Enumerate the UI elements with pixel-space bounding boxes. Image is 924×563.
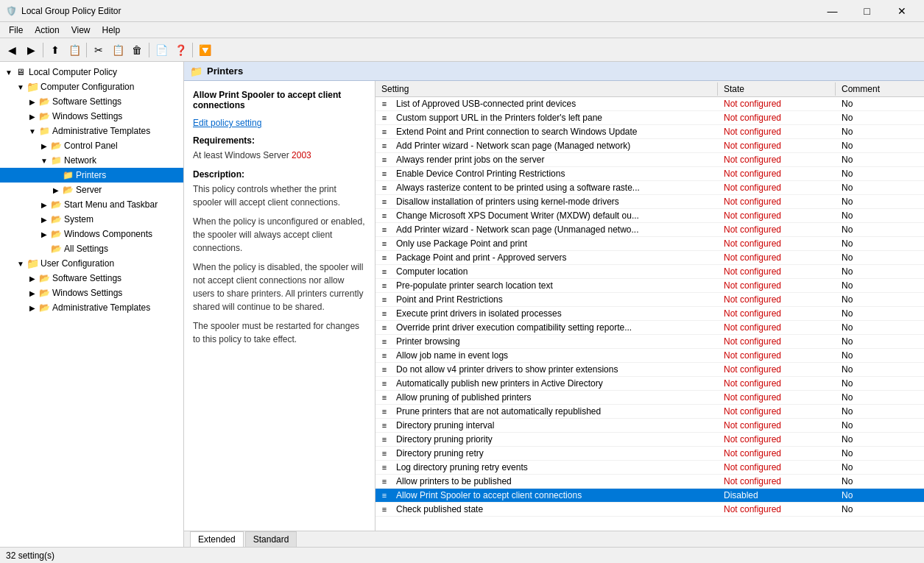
menu-file[interactable]: File bbox=[3, 24, 29, 37]
edit-policy-link[interactable]: Edit policy setting bbox=[193, 118, 261, 128]
row-policy-icon: ≡ bbox=[375, 435, 393, 444]
tree-item-admintpl-1[interactable]: ▼ 📁 Administrative Templates bbox=[0, 124, 183, 138]
table-row[interactable]: ≡Prune printers that are not automatical… bbox=[375, 405, 924, 419]
menu-help[interactable]: Help bbox=[96, 24, 127, 37]
table-row[interactable]: ≡Directory pruning retryNot configuredNo bbox=[375, 447, 924, 461]
row-state-text: Not configured bbox=[718, 182, 836, 194]
tree-item-root[interactable]: ▼ 🖥 Local Computer Policy bbox=[0, 65, 183, 79]
table-row[interactable]: ≡List of Approved USB-connected print de… bbox=[375, 97, 924, 111]
maximize-button[interactable]: □ bbox=[850, 0, 884, 22]
table-row[interactable]: ≡Always rasterize content to be printed … bbox=[375, 181, 924, 195]
col-header-comment[interactable]: Comment bbox=[836, 82, 924, 96]
table-row[interactable]: ≡Add Printer wizard - Network scan page … bbox=[375, 139, 924, 153]
folder-icon-sys: 📂 bbox=[50, 213, 62, 225]
tree-item-controlpanel[interactable]: ▶ 📂 Control Panel bbox=[0, 138, 183, 153]
row-setting-text: Log directory pruning retry events bbox=[393, 461, 718, 473]
table-row[interactable]: ≡Allow pruning of published printersNot … bbox=[375, 391, 924, 405]
table-row[interactable]: ≡Enable Device Control Printing Restrict… bbox=[375, 167, 924, 181]
menu-view[interactable]: View bbox=[66, 24, 96, 37]
toolbar-back[interactable]: ◀ bbox=[3, 41, 21, 59]
breadcrumb-text: Printers bbox=[207, 65, 243, 77]
row-policy-icon: ≡ bbox=[375, 295, 393, 304]
tree-item-winsettings-2[interactable]: ▶ 📂 Windows Settings bbox=[0, 286, 183, 300]
row-comment-text: No bbox=[836, 112, 924, 124]
table-row[interactable]: ≡Directory pruning intervalNot configure… bbox=[375, 419, 924, 433]
col-header-state[interactable]: State bbox=[718, 82, 836, 96]
close-button[interactable]: ✕ bbox=[885, 0, 918, 22]
table-row[interactable]: ≡Log directory pruning retry eventsNot c… bbox=[375, 461, 924, 475]
tree-item-user-config[interactable]: ▼ 📁 User Configuration bbox=[0, 256, 183, 271]
table-pane: Setting State Comment ≡List of Approved … bbox=[375, 81, 924, 531]
table-row[interactable]: ≡Check published stateNot configuredNo bbox=[375, 503, 924, 517]
col-header-setting[interactable]: Setting bbox=[375, 82, 718, 96]
row-comment-text: No bbox=[836, 461, 924, 473]
table-row[interactable]: ≡Allow printers to be publishedNot confi… bbox=[375, 475, 924, 489]
tree-item-software-2[interactable]: ▶ 📂 Software Settings bbox=[0, 271, 183, 286]
table-row[interactable]: ≡Disallow installation of printers using… bbox=[375, 195, 924, 209]
row-state-text: Not configured bbox=[718, 98, 836, 110]
toolbar-delete[interactable]: 🗑 bbox=[128, 41, 146, 59]
toolbar-forward[interactable]: ▶ bbox=[22, 41, 40, 59]
tree-item-network[interactable]: ▼ 📁 Network bbox=[0, 153, 183, 168]
tree-item-printers[interactable]: 📁 Printers bbox=[0, 168, 183, 183]
title-bar: 🛡️ Local Group Policy Editor — □ ✕ bbox=[0, 0, 924, 22]
tab-standard[interactable]: Standard bbox=[245, 531, 297, 547]
table-row[interactable]: ≡Override print driver execution compati… bbox=[375, 321, 924, 335]
table-row[interactable]: ≡Custom support URL in the Printers fold… bbox=[375, 111, 924, 125]
tree-item-computer-config[interactable]: ▼ 📁 Computer Configuration bbox=[0, 79, 183, 94]
toolbar-show-hide[interactable]: 📋 bbox=[66, 41, 83, 59]
tree-item-server[interactable]: ▶ 📂 Server bbox=[0, 183, 183, 197]
table-row[interactable]: ≡Pre-populate printer search location te… bbox=[375, 279, 924, 293]
table-row[interactable]: ≡Extend Point and Print connection to se… bbox=[375, 125, 924, 139]
table-row[interactable]: ≡Package Point and print - Approved serv… bbox=[375, 251, 924, 265]
table-row[interactable]: ≡Execute print drivers in isolated proce… bbox=[375, 307, 924, 321]
tree-item-software-1[interactable]: ▶ 📂 Software Settings bbox=[0, 94, 183, 109]
row-setting-text: Execute print drivers in isolated proces… bbox=[393, 308, 718, 319]
tree-item-winsettings-1[interactable]: ▶ 📂 Windows Settings bbox=[0, 109, 183, 124]
table-row[interactable]: ≡Printer browsingNot configuredNo bbox=[375, 335, 924, 349]
row-policy-icon: ≡ bbox=[375, 253, 393, 262]
tree-label-sw1: Software Settings bbox=[52, 96, 121, 107]
table-row[interactable]: ≡Always render print jobs on the serverN… bbox=[375, 153, 924, 167]
tree-item-startmenu[interactable]: ▶ 📂 Start Menu and Taskbar bbox=[0, 197, 183, 212]
toolbar-copy[interactable]: ✂ bbox=[90, 41, 107, 59]
menu-action[interactable]: Action bbox=[29, 24, 65, 37]
tree-toggle-ws2: ▶ bbox=[27, 289, 38, 297]
toolbar-help[interactable]: ❓ bbox=[172, 41, 189, 59]
table-row[interactable]: ≡Directory pruning priorityNot configure… bbox=[375, 433, 924, 447]
table-row[interactable]: ≡Allow job name in event logsNot configu… bbox=[375, 349, 924, 363]
toolbar-up[interactable]: ⬆ bbox=[46, 41, 64, 59]
table-row[interactable]: ≡Automatically publish new printers in A… bbox=[375, 377, 924, 391]
row-setting-text: Always render print jobs on the server bbox=[393, 154, 718, 166]
toolbar-properties[interactable]: 📄 bbox=[152, 41, 170, 59]
row-comment-text: No bbox=[836, 140, 924, 152]
table-row[interactable]: ≡Point and Print RestrictionsNot configu… bbox=[375, 293, 924, 307]
table-row[interactable]: ≡Allow Print Spooler to accept client co… bbox=[375, 489, 924, 503]
tree-toggle-sw2: ▶ bbox=[27, 275, 38, 283]
tree-item-wincomp[interactable]: ▶ 📂 Windows Components bbox=[0, 227, 183, 241]
row-policy-icon: ≡ bbox=[375, 407, 393, 416]
table-row[interactable]: ≡Do not allow v4 printer drivers to show… bbox=[375, 363, 924, 377]
row-setting-text: Only use Package Point and print bbox=[393, 238, 718, 249]
table-row[interactable]: ≡Only use Package Point and printNot con… bbox=[375, 237, 924, 251]
row-state-text: Not configured bbox=[718, 336, 836, 347]
toolbar-paste[interactable]: 📋 bbox=[109, 41, 127, 59]
table-scroll[interactable]: ≡List of Approved USB-connected print de… bbox=[375, 97, 924, 531]
folder-icon-ws1: 📂 bbox=[38, 110, 50, 122]
row-setting-text: Directory pruning interval bbox=[393, 419, 718, 431]
minimize-button[interactable]: — bbox=[816, 0, 849, 22]
row-state-text: Not configured bbox=[718, 238, 836, 249]
row-comment-text: No bbox=[836, 154, 924, 166]
toolbar: ◀ ▶ ⬆ 📋 ✂ 📋 🗑 📄 ❓ 🔽 bbox=[0, 38, 924, 62]
row-setting-text: Custom support URL in the Printers folde… bbox=[393, 112, 718, 124]
table-row[interactable]: ≡Change Microsoft XPS Document Writer (M… bbox=[375, 209, 924, 223]
row-policy-icon: ≡ bbox=[375, 267, 393, 276]
tree-item-system[interactable]: ▶ 📂 System bbox=[0, 212, 183, 227]
tree-item-allsettings[interactable]: 📂 All Settings bbox=[0, 241, 183, 256]
tree-item-admintpl-2[interactable]: ▶ 📂 Administrative Templates bbox=[0, 300, 183, 315]
tab-extended[interactable]: Extended bbox=[190, 531, 244, 547]
table-row[interactable]: ≡Add Printer wizard - Network scan page … bbox=[375, 223, 924, 237]
requirements-highlight: 2003 bbox=[292, 150, 311, 160]
table-row[interactable]: ≡Computer locationNot configuredNo bbox=[375, 265, 924, 279]
toolbar-filter[interactable]: 🔽 bbox=[196, 41, 214, 59]
